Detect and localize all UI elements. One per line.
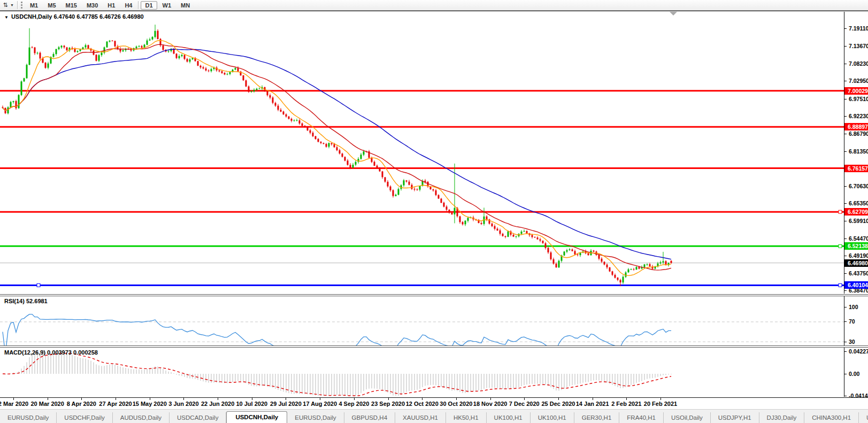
chart-tab-uk100-h1[interactable]: UK100,H1 (487, 412, 531, 423)
chart-tab-dj30-daily[interactable]: DJ30,Daily (759, 412, 805, 423)
one-click-trading-arrow[interactable]: ▼ (4, 15, 9, 20)
price-tick-label: 6.92230 (849, 113, 868, 119)
rsi-axis[interactable]: 10070300 (844, 296, 868, 345)
chart-tab-gbpusd-h4[interactable]: GBPUSD,H4 (344, 412, 395, 423)
timeframe-button-m30[interactable]: M30 (82, 1, 102, 10)
date-tick (13, 398, 14, 400)
chart-tools-icon[interactable]: ⇅ (1, 1, 10, 9)
chart-tab-eurusd-daily[interactable]: EURUSD,Daily (287, 412, 344, 423)
date-tick (320, 398, 320, 400)
price-tick-label: 6.49190 (849, 252, 868, 259)
toolbar-separator (138, 1, 139, 9)
chart-tab-hk50-h1[interactable]: HK50,H1 (446, 412, 487, 423)
price-tick-label: 6.81350 (849, 148, 868, 155)
macd-panel[interactable]: MACD(12,26,9) 0.003973 0.000258 (0, 348, 844, 397)
price-tick-label: 6.54470 (849, 235, 868, 242)
price-tick (844, 116, 847, 117)
date-tick (490, 398, 491, 400)
price-tick (844, 28, 847, 29)
macd-tick (844, 396, 847, 396)
chevron-down-icon[interactable]: ▼ (10, 3, 14, 7)
date-tick (524, 398, 525, 400)
rsi-label: RSI(14) 52.6981 (4, 298, 48, 304)
date-label: 22 Jun 2020 (201, 401, 234, 407)
date-label: 15 May 2020 (133, 401, 167, 407)
line-price-label: 6.76157 (844, 165, 868, 172)
date-tick (81, 398, 82, 400)
price-tick-label: 6.97510 (849, 96, 868, 102)
candlestick-canvas[interactable] (0, 12, 844, 294)
chart-tab-audusd-daily[interactable]: AUDUSD,Daily (113, 412, 170, 423)
price-chart-area[interactable]: ▼USDCNH,Daily 6.47640 6.47785 6.46726 6.… (0, 12, 844, 294)
date-label: 7 Dec 2020 (509, 401, 540, 407)
price-tick (844, 186, 847, 187)
chart-tab-usdcnh-daily[interactable]: USDCNH,Daily (226, 411, 287, 423)
chart-tab-eurusd-daily[interactable]: EURUSD,Daily (0, 412, 57, 423)
timeframe-button-m5[interactable]: M5 (43, 1, 60, 10)
rsi-tick (844, 307, 847, 307)
date-tick (354, 398, 355, 400)
price-tick (844, 203, 847, 204)
price-tick-label: 7.19110 (849, 25, 868, 32)
panel-separator[interactable] (0, 294, 868, 295)
date-tick (286, 398, 286, 400)
line-price-label: 6.52138 (844, 242, 868, 250)
price-tick-label: 6.86790 (849, 130, 868, 137)
macd-tick (844, 351, 847, 352)
timeframe-button-m1[interactable]: M1 (26, 1, 42, 10)
rsi-tick-label: 70 (849, 318, 855, 325)
chart-tab-bar: EURUSD,DailyUSDCHF,DailyAUDUSD,DailyUSDC… (0, 409, 868, 423)
price-axis[interactable]: 7.191107.136707.082307.029506.975106.922… (844, 12, 868, 294)
macd-canvas[interactable] (0, 348, 844, 397)
toolbar-grip-handle[interactable] (21, 2, 22, 9)
timeframe-button-w1[interactable]: W1 (158, 1, 176, 10)
chart-shift-marker[interactable] (670, 12, 677, 16)
date-label: 29 Jul 2020 (270, 401, 302, 407)
price-tick-label: 7.08230 (849, 60, 868, 67)
rsi-panel[interactable]: RSI(14) 52.6981 (0, 296, 844, 345)
chart-tab-usdchf-daily[interactable]: USDCHF,Daily (57, 412, 112, 423)
date-label: 17 Aug 2020 (303, 401, 337, 407)
quote-high: 6.47785 (76, 13, 98, 20)
rsi-canvas[interactable] (0, 296, 844, 345)
quote-low: 6.46726 (99, 13, 121, 20)
chart-tab-china300-h1[interactable]: CHINA300,H1 (804, 412, 859, 423)
chart-title: ▼USDCNH,Daily 6.47640 6.47785 6.46726 6.… (4, 13, 144, 20)
price-tick (844, 46, 847, 47)
rsi-value: 52.6981 (26, 298, 48, 304)
chart-tab-xauusd-h1[interactable]: XAUUSD,H1 (395, 412, 446, 423)
date-tick (150, 398, 150, 400)
timeframe-button-mn[interactable]: MN (176, 1, 194, 10)
chart-tab-usdjpy-h1[interactable]: USDJPY,H1 (711, 412, 759, 423)
timeframe-button-h1[interactable]: H1 (103, 1, 119, 10)
rsi-tick-label: 100 (849, 304, 858, 310)
date-tick (183, 398, 184, 400)
price-tick-label: 6.65350 (849, 200, 868, 206)
timeframe-button-d1[interactable]: D1 (141, 1, 157, 10)
chart-tab-fra40-h1[interactable]: FRA40,H1 (619, 412, 664, 423)
date-tick (116, 398, 116, 400)
chart-tab-uk100-h1[interactable]: UK100,H1 (531, 412, 574, 423)
date-label: 25 Dec 2020 (541, 401, 575, 407)
date-label: 12 Oct 2020 (406, 401, 439, 407)
price-tick (844, 64, 847, 64)
timeframe-button-h4[interactable]: H4 (120, 1, 136, 10)
macd-tick (844, 374, 847, 374)
quote-close: 6.46980 (122, 13, 144, 20)
price-tick-label: 7.13670 (849, 43, 868, 49)
price-tick-label: 6.43750 (849, 270, 868, 276)
chart-tab-ger30-h1[interactable]: GER30,H1 (574, 412, 620, 423)
price-tick-label: 6.59910 (849, 218, 868, 224)
chart-tab-usoil-daily[interactable]: USOil,Daily (664, 412, 711, 423)
price-tick-label: 7.02950 (849, 78, 868, 84)
panel-separator[interactable] (0, 345, 868, 346)
macd-axis[interactable]: 0.0422750.00-0.04148 (844, 348, 868, 397)
timeframe-button-m15[interactable]: M15 (62, 1, 81, 10)
date-axis[interactable]: 2 Mar 202020 Mar 20208 Apr 202027 Apr 20… (0, 397, 868, 410)
chart-tab-usoil-[interactable]: USOil, (859, 412, 868, 423)
macd-main-value: 0.003973 (47, 349, 72, 356)
price-tick (844, 134, 847, 134)
macd-tick-label: 0.00 (849, 371, 859, 377)
chart-tab-usdcad-daily[interactable]: USDCAD,Daily (170, 412, 226, 423)
date-tick (626, 398, 627, 400)
